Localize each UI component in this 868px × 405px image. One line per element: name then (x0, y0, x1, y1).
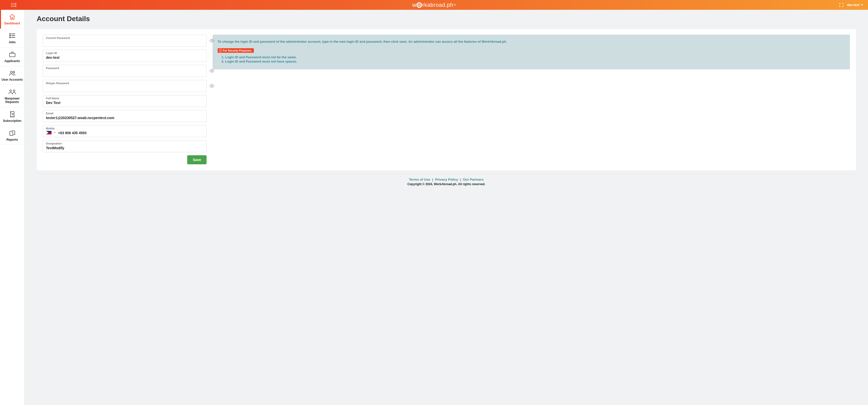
svg-point-4 (11, 6, 12, 7)
svg-point-23 (211, 86, 213, 87)
svg-point-0 (11, 3, 12, 4)
sidebar-item-user-accounts[interactable]: User Accounts (0, 66, 24, 85)
field-full-name: Full Name (43, 95, 207, 107)
page-title: Account Details (37, 15, 856, 23)
field-designation: Designation (43, 140, 207, 152)
receipt-icon (9, 111, 15, 118)
divider (37, 25, 856, 26)
password-input[interactable] (46, 70, 203, 74)
svg-rect-16 (9, 53, 15, 57)
field-email: Email (43, 110, 207, 122)
sidebar-item-dashboard[interactable]: Dashboard (0, 10, 24, 29)
home-icon (9, 13, 16, 20)
designation-input[interactable] (46, 146, 203, 150)
save-button[interactable]: Save (187, 155, 207, 164)
email-input[interactable] (46, 115, 203, 120)
footer-link-privacy[interactable]: Privacy Policy (435, 178, 458, 181)
documents-icon (9, 130, 16, 137)
briefcase-icon (9, 51, 16, 58)
security-badge-text: For Security Purposes: (223, 49, 252, 52)
brand-suffix: rkabroad.ph (423, 2, 453, 8)
sidebar-item-jobs[interactable]: Jobs (0, 29, 24, 48)
svg-point-22 (211, 70, 213, 72)
sidebar-item-applicants[interactable]: Applicants (0, 48, 24, 66)
separator: | (459, 178, 462, 181)
globe-icon (417, 2, 422, 8)
security-badge: ! For Security Purposes: (218, 48, 254, 53)
eye-icon[interactable] (209, 38, 215, 44)
field-label: Current Password (46, 36, 203, 39)
sidebar: Dashboard Jobs Applicants User Accounts … (0, 10, 25, 405)
sidebar-item-manpower[interactable]: Manpower Requests (0, 85, 24, 107)
security-rules-list: Login ID and Password must not be the sa… (218, 55, 845, 63)
user-label: dev-test (847, 3, 860, 7)
info-box: To change the login ID and password of t… (213, 35, 850, 69)
current-password-input[interactable] (46, 40, 203, 44)
brand-prefix: w (412, 2, 416, 8)
eye-icon[interactable] (209, 83, 215, 89)
field-label: Mobile (46, 127, 203, 130)
brand-logo: w rkabroad.ph ® (412, 2, 456, 8)
security-rule: Login ID and Password must not have spac… (225, 60, 845, 63)
retype-password-input[interactable] (46, 85, 203, 90)
registered-mark: ® (454, 3, 456, 6)
sidebar-item-label: Reports (6, 138, 18, 142)
field-retype-password: Retype Password (43, 80, 207, 92)
svg-point-2 (11, 4, 12, 5)
sidebar-item-reports[interactable]: Reports (0, 126, 24, 145)
field-password: Password (43, 65, 207, 77)
svg-point-12 (9, 35, 10, 36)
sidebar-item-subscription[interactable]: Subscription (0, 107, 24, 126)
copyright: Copyright © 2024, WorkAbroad.ph. All rig… (37, 182, 856, 186)
chevron-down-icon (861, 4, 863, 5)
field-label: Retype Password (46, 82, 203, 85)
account-card: Current Password Login ID Password (37, 29, 856, 170)
list-icon (9, 32, 15, 39)
field-login-id: Login ID (43, 50, 207, 62)
mobile-input[interactable] (58, 130, 203, 135)
info-paragraph: To change the login ID and password of t… (218, 39, 845, 44)
form-column: Current Password Login ID Password (43, 35, 207, 164)
footer: Terms of Use | Privacy Policy | Our Part… (37, 174, 856, 186)
sidebar-item-label: Jobs (8, 41, 16, 44)
svg-point-19 (9, 90, 11, 92)
field-label: Email (46, 112, 203, 115)
separator: | (431, 178, 434, 181)
full-name-input[interactable] (46, 100, 203, 105)
sidebar-item-label: Dashboard (4, 22, 20, 25)
field-label: Password (46, 67, 203, 70)
field-current-password: Current Password (43, 35, 207, 47)
chevron-down-icon[interactable] (54, 132, 56, 133)
footer-links: Terms of Use | Privacy Policy | Our Part… (37, 178, 856, 181)
field-label: Full Name (46, 97, 203, 100)
user-menu[interactable]: dev-test (847, 3, 863, 7)
info-column: To change the login ID and password of t… (213, 35, 850, 164)
footer-link-terms[interactable]: Terms of Use (409, 178, 430, 181)
people-group-icon (8, 88, 16, 95)
footer-link-partners[interactable]: Our Partners (463, 178, 484, 181)
svg-point-10 (9, 33, 10, 34)
main-content: Account Details Current Password Login I… (25, 10, 868, 405)
warning-icon: ! (219, 49, 222, 52)
sidebar-item-label: User Accounts (1, 78, 23, 82)
field-mobile: Mobile (43, 125, 207, 137)
field-label: Login ID (46, 52, 203, 55)
svg-point-18 (13, 71, 14, 73)
fullscreen-icon[interactable] (839, 3, 843, 7)
users-icon (8, 70, 16, 76)
sidebar-item-label: Applicants (4, 60, 20, 63)
svg-point-17 (10, 71, 12, 73)
svg-point-20 (13, 90, 15, 92)
flag-ph-icon[interactable] (46, 131, 52, 134)
svg-point-21 (211, 40, 213, 41)
app-header: w rkabroad.ph ® dev-test (0, 0, 868, 10)
menu-toggle-icon[interactable] (11, 3, 17, 7)
sidebar-item-label: Manpower Requests (1, 97, 23, 104)
sidebar-item-label: Subscription (3, 119, 21, 123)
login-id-input[interactable] (46, 55, 203, 60)
svg-point-14 (9, 37, 10, 38)
security-rule: Login ID and Password must not be the sa… (225, 55, 845, 59)
field-label: Designation (46, 142, 203, 145)
eye-icon[interactable] (209, 68, 215, 74)
